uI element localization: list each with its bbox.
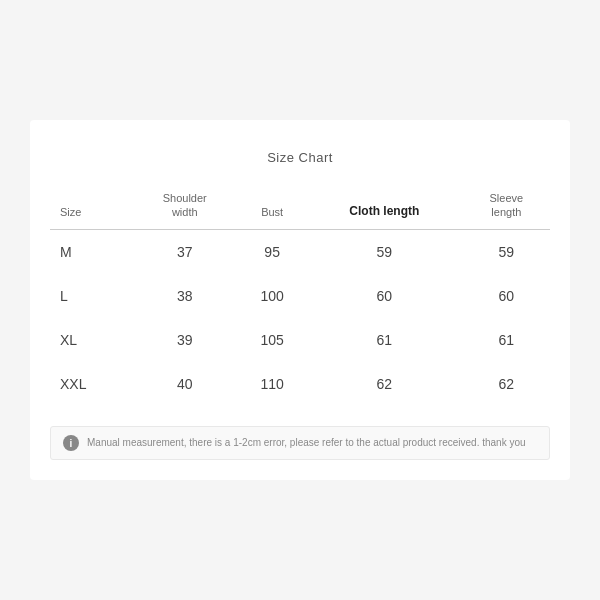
cell-cloth-length: 62 [306, 362, 463, 406]
cell-sleeve: 61 [463, 318, 550, 362]
notice-box: i Manual measurement, there is a 1-2cm e… [50, 426, 550, 460]
table-row: L 38 100 60 60 [50, 274, 550, 318]
cell-cloth-length: 61 [306, 318, 463, 362]
cell-size: XL [50, 318, 131, 362]
col-shoulder: Shoulderwidth [131, 183, 238, 230]
col-sleeve: Sleevelength [463, 183, 550, 230]
chart-title: Size Chart [50, 150, 550, 165]
cell-bust: 110 [238, 362, 306, 406]
table-row: XXL 40 110 62 62 [50, 362, 550, 406]
cell-bust: 100 [238, 274, 306, 318]
cell-shoulder: 37 [131, 230, 238, 275]
table-row: M 37 95 59 59 [50, 230, 550, 275]
cell-size: L [50, 274, 131, 318]
cell-sleeve: 59 [463, 230, 550, 275]
col-size: Size [50, 183, 131, 230]
cell-shoulder: 38 [131, 274, 238, 318]
cell-bust: 105 [238, 318, 306, 362]
cell-cloth-length: 59 [306, 230, 463, 275]
size-table: Size Shoulderwidth Bust Cloth length Sle… [50, 183, 550, 407]
cell-shoulder: 39 [131, 318, 238, 362]
table-row: XL 39 105 61 61 [50, 318, 550, 362]
cell-size: M [50, 230, 131, 275]
cell-sleeve: 62 [463, 362, 550, 406]
cell-bust: 95 [238, 230, 306, 275]
col-cloth-length: Cloth length [306, 183, 463, 230]
notice-icon: i [63, 435, 79, 451]
col-bust: Bust [238, 183, 306, 230]
table-header-row: Size Shoulderwidth Bust Cloth length Sle… [50, 183, 550, 230]
cell-shoulder: 40 [131, 362, 238, 406]
cell-sleeve: 60 [463, 274, 550, 318]
cell-size: XXL [50, 362, 131, 406]
size-chart-card: Size Chart Size Shoulderwidth Bust Cloth… [30, 120, 570, 481]
cell-cloth-length: 60 [306, 274, 463, 318]
notice-text: Manual measurement, there is a 1-2cm err… [87, 436, 526, 450]
